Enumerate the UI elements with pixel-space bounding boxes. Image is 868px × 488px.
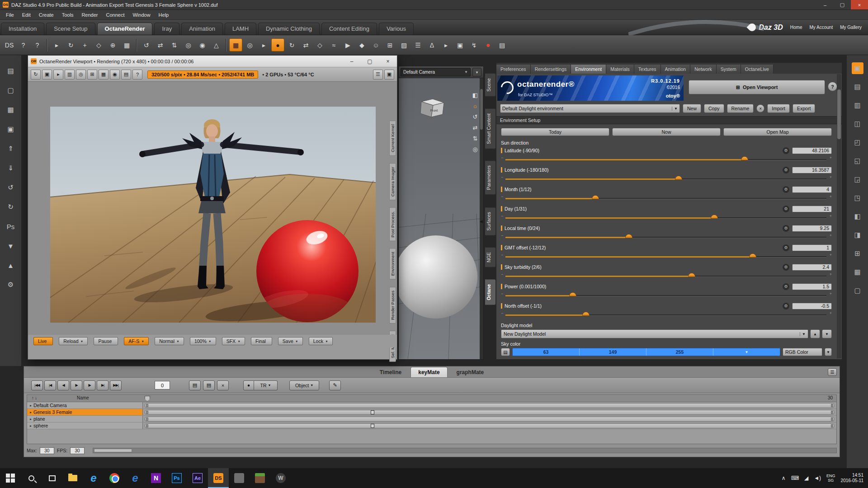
pane-tab[interactable]: Surfaces: [485, 207, 496, 235]
slider-handle[interactable]: [688, 273, 695, 277]
pane-layout-icon-3[interactable]: ◫: [852, 118, 863, 130]
timeline-tab[interactable]: Timeline: [373, 367, 409, 377]
rigging-icon[interactable]: ⚙: [5, 279, 17, 291]
previous-key-button[interactable]: |◀: [44, 380, 56, 390]
view-cube-icon[interactable]: ◧: [472, 92, 478, 99]
node-selection-tool-icon[interactable]: ▸: [50, 38, 63, 52]
slider-decrement[interactable]: −: [501, 214, 503, 218]
whats-this-icon[interactable]: ?: [17, 38, 30, 52]
activity-tab[interactable]: OctaneRender: [97, 23, 153, 35]
minimize-icon[interactable]: –: [816, 0, 834, 9]
sphere-icon[interactable]: ◉: [110, 70, 120, 80]
touch-keyboard-icon[interactable]: ⌨: [791, 475, 799, 481]
pane-tab[interactable]: Parameters: [485, 160, 496, 195]
install-manager-icon[interactable]: ▼: [5, 240, 17, 252]
viewport-options-button[interactable]: ▾: [472, 68, 481, 76]
octane-live-icon[interactable]: ●: [481, 38, 495, 52]
go-to-end-button[interactable]: ▶▶|: [110, 380, 122, 390]
activity-tab[interactable]: Animation: [181, 23, 223, 35]
pane-layout-icon-12[interactable]: ▢: [852, 285, 863, 296]
tray-expand-icon[interactable]: ∧: [782, 475, 786, 481]
pane-tab[interactable]: Octane: [485, 279, 496, 305]
preset-action-button[interactable]: Rename: [727, 104, 754, 113]
gear-icon[interactable]: ⚙: [783, 303, 789, 310]
pane-tab[interactable]: Scene: [485, 73, 496, 97]
perspective-view-icon[interactable]: △: [210, 38, 223, 52]
octane-pane-tab[interactable]: Textures: [634, 65, 661, 74]
fit-view-icon[interactable]: ⊞: [87, 70, 97, 80]
slider-decrement[interactable]: −: [501, 194, 503, 199]
slider-decrement[interactable]: −: [501, 272, 503, 277]
filter-select[interactable]: Object ▼: [289, 380, 319, 390]
rotate-tool-icon[interactable]: ↻: [64, 38, 77, 52]
octane-pane-tab[interactable]: Network: [690, 65, 717, 74]
gear-icon[interactable]: ⚙: [783, 186, 789, 193]
pick-material-icon[interactable]: ▸: [53, 70, 63, 80]
minimize-icon[interactable]: –: [343, 56, 361, 67]
export-icon[interactable]: ⇑: [5, 143, 17, 155]
toolbar-separator[interactable]: [226, 39, 226, 52]
paste-keys-button[interactable]: ▤: [203, 380, 215, 390]
file-explorer-icon[interactable]: [62, 468, 83, 488]
app-icon-gray[interactable]: [229, 468, 250, 488]
info-icon[interactable]: ?: [132, 70, 142, 80]
slider-increment[interactable]: +: [830, 175, 832, 179]
aim-camera-icon[interactable]: ◉: [196, 38, 209, 52]
octane-pane-tab[interactable]: OctaneLive: [741, 65, 774, 74]
quick-button[interactable]: Open Map: [723, 128, 832, 136]
daz-studio-icon[interactable]: DS: [3, 38, 16, 52]
camera-selector[interactable]: Default Camera▼: [401, 68, 471, 76]
max-frames-field[interactable]: 30: [40, 447, 54, 454]
menu-item[interactable]: Window: [128, 10, 154, 20]
slider-value-field[interactable]: 1: [792, 244, 832, 251]
pane-layout-icon-2[interactable]: ▥: [852, 99, 863, 111]
timeline-tab[interactable]: keyMate: [410, 367, 447, 377]
slider-increment[interactable]: +: [830, 194, 832, 199]
slider-handle[interactable]: [741, 156, 748, 160]
octane-window-button[interactable]: AF-S▼: [124, 337, 149, 345]
orbit-camera-icon[interactable]: ↺: [140, 38, 153, 52]
track-name-cell[interactable]: ▸ Genesis 3 Female: [27, 409, 143, 415]
timeline-tab[interactable]: graphMate: [449, 367, 491, 377]
menu-item[interactable]: File: [2, 10, 18, 20]
octane-window-button[interactable]: Save▼: [278, 337, 303, 345]
octane-render-icon[interactable]: ●: [271, 38, 284, 52]
slider-handle[interactable]: [625, 234, 632, 238]
help-button[interactable]: ?: [828, 82, 837, 91]
activity-tab[interactable]: Iray: [154, 23, 179, 35]
redo-icon[interactable]: ↻: [5, 201, 17, 213]
octane-window-button[interactable]: 100%▼: [190, 337, 216, 345]
slider-decrement[interactable]: −: [501, 311, 503, 315]
daylight-model-select[interactable]: New Daylight Model▼: [501, 329, 808, 338]
slider-handle[interactable]: [675, 176, 682, 180]
undo-icon[interactable]: ↺: [5, 182, 17, 193]
open-file-icon[interactable]: ▢: [5, 84, 17, 96]
octane-window-button[interactable]: SFX▼: [222, 337, 245, 345]
slider-handle[interactable]: [582, 312, 590, 316]
slider-track[interactable]: [505, 314, 826, 316]
slider-decrement[interactable]: −: [501, 155, 503, 160]
smart-content-icon[interactable]: ◎: [243, 38, 256, 52]
timeline-scrollbar[interactable]: [93, 448, 837, 453]
sky-color-green[interactable]: 149: [580, 348, 646, 356]
key-type-select[interactable]: TR ▼: [254, 380, 278, 390]
menu-item[interactable]: Create: [35, 10, 58, 20]
photoshop-icon[interactable]: Ps: [166, 468, 187, 488]
menu-item[interactable]: Help: [155, 10, 173, 20]
slider-value-field[interactable]: 1.5: [792, 283, 832, 290]
after-effects-icon[interactable]: Ae: [187, 468, 208, 488]
pane-collapse-icon[interactable]: ◀: [480, 219, 483, 224]
language-indicator[interactable]: ENG SG: [826, 474, 835, 483]
slider-increment[interactable]: +: [830, 155, 832, 160]
slider-handle[interactable]: [592, 195, 599, 199]
gear-icon[interactable]: ⚙: [783, 225, 789, 232]
slider-decrement[interactable]: −: [501, 291, 503, 296]
slider-value-field[interactable]: 16.3587: [792, 167, 832, 174]
track-lane[interactable]: [145, 410, 835, 415]
my-gallery-link[interactable]: My Gallery: [840, 25, 862, 30]
home-link[interactable]: Home: [790, 25, 802, 30]
copy-keys-button[interactable]: ▤: [189, 380, 201, 390]
close-icon[interactable]: ×: [379, 56, 397, 67]
translate-gizmo-icon[interactable]: ⇄: [299, 38, 312, 52]
maximize-icon[interactable]: ▢: [834, 0, 851, 9]
